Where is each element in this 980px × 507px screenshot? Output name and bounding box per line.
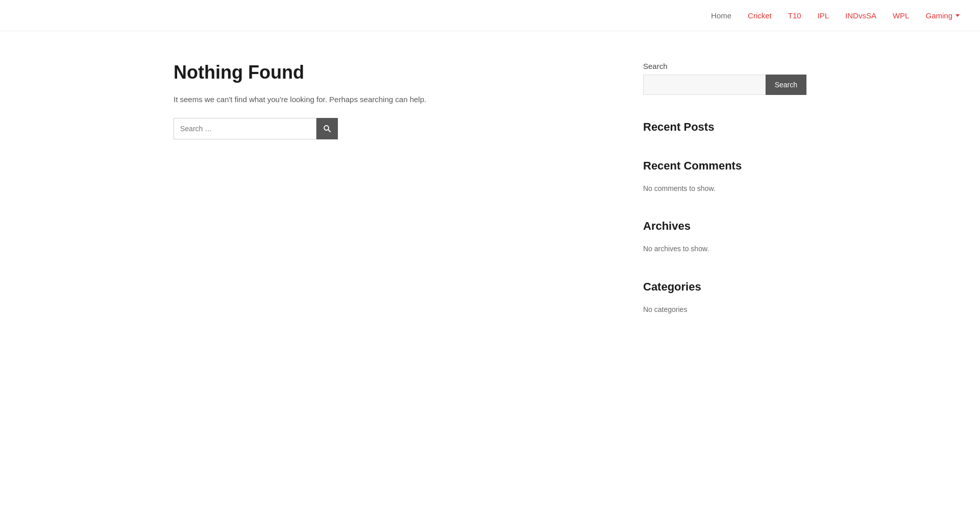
sidebar-categories-section: Categories No categories bbox=[643, 280, 806, 315]
main-search-input[interactable] bbox=[174, 118, 316, 139]
sidebar-no-archives-text: No archives to show. bbox=[643, 243, 806, 254]
not-found-description: It seems we can't find what you're looki… bbox=[174, 93, 602, 106]
nav-t10[interactable]: T10 bbox=[788, 11, 801, 20]
sidebar-search-label: Search bbox=[643, 62, 806, 70]
sidebar-recent-posts-title: Recent Posts bbox=[643, 120, 806, 134]
sidebar-no-comments-text: No comments to show. bbox=[643, 183, 806, 194]
page-wrapper: Nothing Found It seems we can't find wha… bbox=[153, 31, 827, 361]
nav-home[interactable]: Home bbox=[711, 11, 731, 20]
sidebar-recent-comments-section: Recent Comments No comments to show. bbox=[643, 159, 806, 194]
nav-indvssa[interactable]: INDvsSA bbox=[845, 11, 876, 20]
sidebar-recent-comments-title: Recent Comments bbox=[643, 159, 806, 173]
svg-line-1 bbox=[328, 130, 330, 132]
page-title: Nothing Found bbox=[174, 62, 602, 83]
main-nav: Home Cricket T10 IPL INDvsSA WPL Gaming bbox=[20, 0, 960, 31]
sidebar-search-section: Search Search bbox=[643, 62, 806, 95]
sidebar-archives-section: Archives No archives to show. bbox=[643, 220, 806, 254]
sidebar-search-input[interactable] bbox=[643, 75, 766, 95]
sidebar-no-categories-text: No categories bbox=[643, 304, 806, 315]
nav-wpl[interactable]: WPL bbox=[893, 11, 910, 20]
main-search-submit-button[interactable] bbox=[316, 118, 338, 139]
sidebar-recent-posts-section: Recent Posts bbox=[643, 120, 806, 134]
sidebar-categories-title: Categories bbox=[643, 280, 806, 294]
sidebar: Search Search Recent Posts Recent Commen… bbox=[643, 62, 806, 341]
main-search-form bbox=[174, 118, 602, 139]
search-icon bbox=[323, 125, 331, 133]
main-content: Nothing Found It seems we can't find wha… bbox=[174, 62, 602, 341]
chevron-down-icon bbox=[955, 14, 960, 17]
sidebar-search-button[interactable]: Search bbox=[766, 75, 806, 95]
nav-gaming[interactable]: Gaming bbox=[925, 11, 960, 20]
sidebar-archives-title: Archives bbox=[643, 220, 806, 233]
site-header: Home Cricket T10 IPL INDvsSA WPL Gaming bbox=[0, 0, 980, 31]
nav-cricket[interactable]: Cricket bbox=[748, 11, 772, 20]
sidebar-search-row: Search bbox=[643, 75, 806, 95]
nav-ipl[interactable]: IPL bbox=[818, 11, 829, 20]
